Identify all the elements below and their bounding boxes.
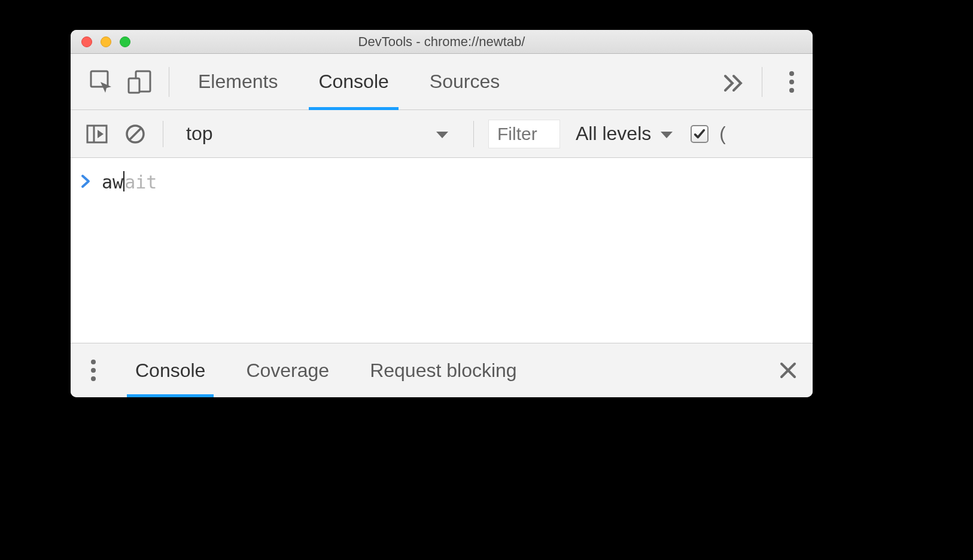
group-similar-checkbox[interactable] <box>691 125 709 143</box>
execution-context-label: top <box>186 123 212 145</box>
log-levels-select[interactable]: All levels <box>576 123 674 145</box>
console-toolbar: top All levels ( <box>71 110 813 158</box>
console-input-line[interactable]: await <box>102 171 157 193</box>
tab-sources[interactable]: Sources <box>409 54 520 109</box>
drawer-close-icon[interactable] <box>773 361 803 379</box>
svg-point-5 <box>789 88 794 93</box>
tab-console[interactable]: Console <box>298 54 409 109</box>
console-body[interactable]: await <box>71 158 813 343</box>
minimize-window-button[interactable] <box>101 36 111 47</box>
drawer-tab-console[interactable]: Console <box>123 343 217 397</box>
devtools-window: DevTools - chrome://newtab/ Elements Con… <box>71 30 813 397</box>
svg-point-4 <box>789 80 794 84</box>
more-tabs-icon[interactable] <box>711 70 753 94</box>
device-toolbar-icon[interactable] <box>118 54 160 109</box>
svg-point-3 <box>789 71 794 76</box>
drawer-tabs: Console Coverage Request blocking <box>71 343 813 397</box>
titlebar: DevTools - chrome://newtab/ <box>71 30 813 54</box>
divider <box>762 67 762 97</box>
log-levels-label: All levels <box>576 123 651 145</box>
dropdown-caret-icon <box>659 123 674 145</box>
divider <box>163 121 163 147</box>
clear-console-icon[interactable] <box>118 123 152 145</box>
svg-rect-2 <box>129 78 139 93</box>
panel-tabs: Elements Console Sources <box>178 54 711 109</box>
svg-point-10 <box>91 360 96 364</box>
prompt-caret-icon <box>80 172 91 193</box>
divider <box>169 67 169 97</box>
tab-elements[interactable]: Elements <box>178 54 298 109</box>
execution-context-select[interactable]: top <box>172 123 459 145</box>
close-window-button[interactable] <box>81 36 92 47</box>
svg-line-9 <box>130 129 141 139</box>
drawer-tab-coverage[interactable]: Coverage <box>234 343 341 397</box>
clipped-text: ( <box>719 123 725 145</box>
dropdown-caret-icon <box>435 123 449 145</box>
drawer-menu-icon[interactable] <box>80 358 107 382</box>
inspect-element-icon[interactable] <box>71 54 118 109</box>
autocomplete-suggestion: ait <box>124 172 157 193</box>
traffic-lights <box>71 36 130 47</box>
svg-point-11 <box>91 368 96 373</box>
window-title: DevTools - chrome://newtab/ <box>71 34 813 50</box>
toggle-sidebar-icon[interactable] <box>80 123 114 145</box>
settings-menu-icon[interactable] <box>771 70 813 94</box>
maximize-window-button[interactable] <box>120 36 130 47</box>
typed-text: aw <box>102 172 123 193</box>
drawer-tab-request-blocking[interactable]: Request blocking <box>358 343 528 397</box>
filter-input[interactable] <box>488 120 560 148</box>
svg-point-12 <box>91 376 96 381</box>
svg-rect-6 <box>87 126 107 142</box>
divider <box>473 121 474 147</box>
main-tabs-bar: Elements Console Sources <box>71 54 813 110</box>
